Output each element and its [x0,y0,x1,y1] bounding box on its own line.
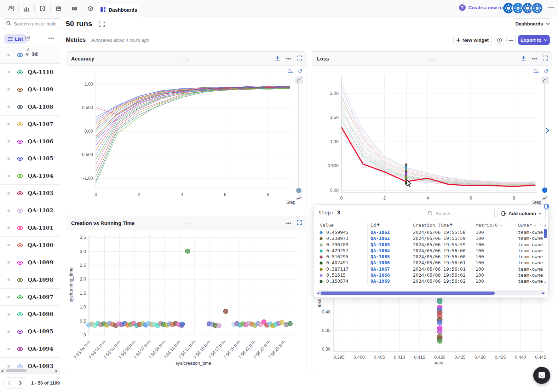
scroll-left-arrow[interactable]: ◀ [1,369,3,373]
table-row[interactable]: 0.387117QA-10672024/05/06 19:56:01100tea… [313,266,543,272]
cell-run-id[interactable]: QA-1063 [370,242,390,247]
table-row[interactable]: 0.238973QA-10622024/05/06 19:55:59100tea… [313,236,543,242]
scrollbar-thumb[interactable] [544,229,547,238]
step-series-icon[interactable] [296,196,302,202]
table-row[interactable]: 0.407491QA-10662024/05/06 19:56:01100tea… [313,260,543,266]
run-row[interactable]: QA-1110 [0,64,60,81]
scroll-up-arrow[interactable]: ▲ [544,224,547,227]
scroll-right-arrow[interactable]: ▶ [542,292,545,295]
table-row[interactable]: 0.459945QA-10612024/05/06 19:55:58100tea… [313,230,543,236]
bookmarks-nav-icon[interactable] [67,0,82,17]
run-row[interactable]: QA-1097 [0,289,60,306]
run-id-label[interactable]: QA-1101 [28,225,53,231]
run-id-label[interactable]: QA-1098 [28,277,53,283]
sidebar-horizontal-scrollbar[interactable]: ◀ ▶ [0,368,60,374]
eye-icon[interactable] [17,294,23,302]
table-row[interactable]: 0.516295QA-10652024/05/06 19:56:00100tea… [313,254,543,260]
sidebar-search[interactable] [3,18,62,29]
table-row[interactable]: 0.51515QA-10682024/05/06 19:56:02100team… [313,272,543,278]
run-id-label[interactable]: QA-1093 [28,363,53,368]
fullscreen-icon[interactable] [297,220,302,226]
run-id-label[interactable]: QA-1094 [28,346,53,352]
eye-icon[interactable] [17,346,23,353]
eye-icon[interactable] [17,121,23,129]
runs-table-header[interactable]: A Id [0,46,60,64]
scrollbar-thumb[interactable] [321,292,495,295]
sidebar-overflow-menu[interactable]: ••• [48,35,54,41]
run-row[interactable]: QA-1108 [0,98,60,116]
drag-handle-icon[interactable] [429,56,435,63]
download-icon[interactable] [275,56,280,62]
run-id-label[interactable]: QA-1107 [28,121,53,127]
run-row[interactable]: QA-1098 [0,271,60,289]
drag-handle-icon[interactable] [183,221,189,227]
run-id-label[interactable]: QA-1105 [28,155,53,162]
cell-run-id[interactable]: QA-1067 [370,266,390,272]
next-page-button[interactable] [15,378,26,388]
widget-menu-icon[interactable]: ••• [286,56,291,62]
expand-panel-chevron[interactable] [545,127,550,135]
eye-header-icon[interactable] [17,52,23,59]
new-widget-button[interactable]: New widget [453,35,492,45]
panel-horizontal-scrollbar[interactable]: ◀ ▶ [316,290,546,295]
cell-run-id[interactable]: QA-1065 [370,254,390,259]
eye-icon[interactable] [17,173,23,180]
expand-runs-icon[interactable] [99,22,105,28]
cell-run-id[interactable]: QA-1064 [370,248,390,253]
y-zoom-slider-track[interactable] [298,83,299,190]
run-row[interactable]: QA-1103 [0,185,60,202]
dock-panel-icon[interactable] [544,204,549,211]
search-input[interactable] [14,21,56,27]
dashboards-dropdown[interactable]: Dashboards [513,18,552,29]
run-id-label[interactable]: QA-1099 [28,259,53,266]
run-row[interactable]: QA-1096 [0,306,60,323]
run-id-label[interactable]: QA-1097 [28,294,53,300]
eye-icon[interactable] [17,69,23,77]
column-header-metric/0[interactable]: metric/0 × [476,223,502,228]
column-header-Creation Time[interactable]: Creation Time [413,223,453,228]
table-row[interactable]: 0.429257QA-10642024/05/06 19:56:00100tea… [313,248,543,254]
tab-dashboards[interactable]: Dashboards [95,2,139,17]
pin-icon[interactable] [25,52,29,58]
run-id-label[interactable]: QA-1109 [28,86,53,93]
fullscreen-icon[interactable] [297,56,302,62]
download-icon[interactable] [521,56,526,62]
run-id-label[interactable]: QA-1103 [28,190,53,196]
eye-icon[interactable] [17,225,23,232]
run-id-label[interactable]: QA-1106 [28,138,53,145]
run-row[interactable]: QA-1102 [0,202,60,219]
metrics-overflow-button[interactable]: ••• [506,36,516,44]
widget-menu-icon[interactable]: ••• [286,220,291,226]
topbar-overflow-menu[interactable]: ••• [548,4,554,10]
step-series-icon[interactable] [542,196,548,202]
run-id-label[interactable]: QA-1102 [28,207,53,214]
drag-handle-icon[interactable] [183,56,189,63]
cell-run-id[interactable]: QA-1068 [370,272,390,278]
creation-widget-header[interactable]: Creation vs Running Time ••• [66,216,306,230]
y-zoom-slider-track[interactable] [544,83,545,190]
fullscreen-icon[interactable] [543,56,548,62]
run-row[interactable]: QA-1099 [0,254,60,271]
cell-run-id[interactable]: QA-1062 [370,236,390,241]
add-column-button[interactable]: Add column [497,208,546,219]
grid-view-button[interactable] [25,35,30,42]
scrollbar-thumb[interactable] [6,369,27,372]
eye-icon[interactable] [17,277,23,284]
eye-icon[interactable] [17,87,23,94]
column-header-Value[interactable]: Value [320,223,334,228]
history-clock-button[interactable] [494,35,504,45]
run-row[interactable]: QA-1104 [0,167,60,185]
cell-run-id[interactable]: QA-1069 [370,278,390,284]
column-header-Owner[interactable]: Owner × [518,223,536,228]
runs-nav-icon[interactable] [3,0,18,17]
loss-widget-header[interactable]: Loss ••• [312,52,552,66]
accuracy-widget-header[interactable]: Accuracy ••• [66,52,306,66]
eye-icon[interactable] [17,260,23,267]
run-row[interactable]: QA-1105 [0,150,60,167]
eye-icon[interactable] [17,139,23,146]
table-row[interactable]: 0.150574QA-10692024/05/06 19:56:02100tea… [313,278,543,284]
run-id-label[interactable]: QA-1108 [28,104,53,110]
eye-icon[interactable] [17,104,23,111]
sort-direction-label[interactable]: A [27,48,29,52]
eye-icon[interactable] [17,363,23,368]
